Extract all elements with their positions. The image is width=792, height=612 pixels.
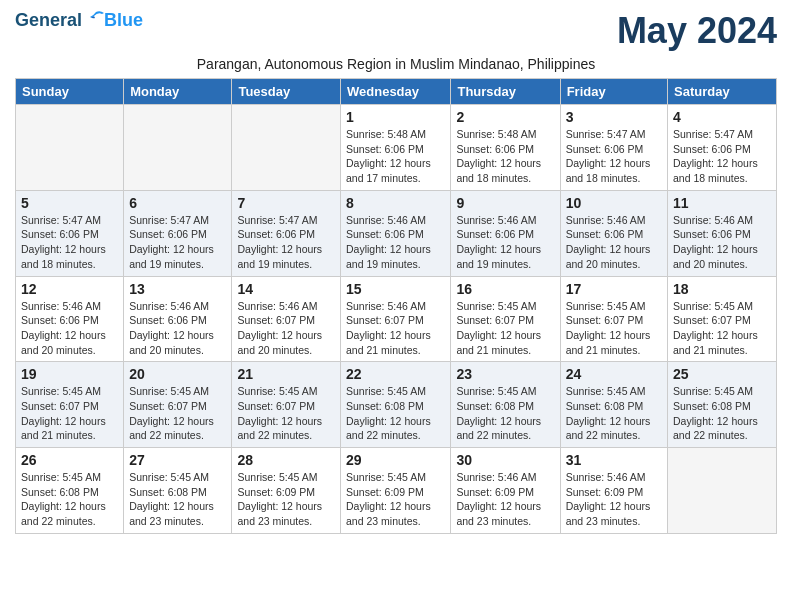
day-number: 26	[21, 452, 118, 468]
table-row: 30Sunrise: 5:46 AM Sunset: 6:09 PM Dayli…	[451, 448, 560, 534]
day-info: Sunrise: 5:45 AM Sunset: 6:09 PM Dayligh…	[237, 470, 335, 529]
table-row: 8Sunrise: 5:46 AM Sunset: 6:06 PM Daylig…	[341, 190, 451, 276]
day-number: 20	[129, 366, 226, 382]
table-row	[232, 105, 341, 191]
day-info: Sunrise: 5:45 AM Sunset: 6:07 PM Dayligh…	[566, 299, 662, 358]
day-info: Sunrise: 5:45 AM Sunset: 6:08 PM Dayligh…	[566, 384, 662, 443]
table-row: 24Sunrise: 5:45 AM Sunset: 6:08 PM Dayli…	[560, 362, 667, 448]
day-number: 12	[21, 281, 118, 297]
day-number: 31	[566, 452, 662, 468]
day-number: 11	[673, 195, 771, 211]
day-number: 21	[237, 366, 335, 382]
day-number: 27	[129, 452, 226, 468]
table-row: 13Sunrise: 5:46 AM Sunset: 6:06 PM Dayli…	[124, 276, 232, 362]
table-row: 4Sunrise: 5:47 AM Sunset: 6:06 PM Daylig…	[668, 105, 777, 191]
table-row: 10Sunrise: 5:46 AM Sunset: 6:06 PM Dayli…	[560, 190, 667, 276]
day-info: Sunrise: 5:46 AM Sunset: 6:06 PM Dayligh…	[673, 213, 771, 272]
col-sunday: Sunday	[16, 79, 124, 105]
day-number: 8	[346, 195, 445, 211]
day-info: Sunrise: 5:45 AM Sunset: 6:07 PM Dayligh…	[456, 299, 554, 358]
month-title: May 2024	[617, 10, 777, 52]
day-info: Sunrise: 5:45 AM Sunset: 6:09 PM Dayligh…	[346, 470, 445, 529]
day-number: 13	[129, 281, 226, 297]
calendar-week-row: 1Sunrise: 5:48 AM Sunset: 6:06 PM Daylig…	[16, 105, 777, 191]
calendar-week-row: 26Sunrise: 5:45 AM Sunset: 6:08 PM Dayli…	[16, 448, 777, 534]
table-row: 25Sunrise: 5:45 AM Sunset: 6:08 PM Dayli…	[668, 362, 777, 448]
day-number: 10	[566, 195, 662, 211]
table-row: 20Sunrise: 5:45 AM Sunset: 6:07 PM Dayli…	[124, 362, 232, 448]
day-number: 25	[673, 366, 771, 382]
table-row: 9Sunrise: 5:46 AM Sunset: 6:06 PM Daylig…	[451, 190, 560, 276]
table-row: 18Sunrise: 5:45 AM Sunset: 6:07 PM Dayli…	[668, 276, 777, 362]
day-number: 6	[129, 195, 226, 211]
day-number: 1	[346, 109, 445, 125]
day-number: 17	[566, 281, 662, 297]
col-friday: Friday	[560, 79, 667, 105]
day-info: Sunrise: 5:45 AM Sunset: 6:07 PM Dayligh…	[129, 384, 226, 443]
table-row: 27Sunrise: 5:45 AM Sunset: 6:08 PM Dayli…	[124, 448, 232, 534]
day-info: Sunrise: 5:47 AM Sunset: 6:06 PM Dayligh…	[129, 213, 226, 272]
day-info: Sunrise: 5:46 AM Sunset: 6:06 PM Dayligh…	[129, 299, 226, 358]
table-row: 19Sunrise: 5:45 AM Sunset: 6:07 PM Dayli…	[16, 362, 124, 448]
table-row: 6Sunrise: 5:47 AM Sunset: 6:06 PM Daylig…	[124, 190, 232, 276]
table-row: 16Sunrise: 5:45 AM Sunset: 6:07 PM Dayli…	[451, 276, 560, 362]
col-monday: Monday	[124, 79, 232, 105]
day-info: Sunrise: 5:46 AM Sunset: 6:06 PM Dayligh…	[346, 213, 445, 272]
col-wednesday: Wednesday	[341, 79, 451, 105]
header: General Blue May 2024	[15, 10, 777, 52]
day-info: Sunrise: 5:48 AM Sunset: 6:06 PM Dayligh…	[456, 127, 554, 186]
calendar-week-row: 12Sunrise: 5:46 AM Sunset: 6:06 PM Dayli…	[16, 276, 777, 362]
calendar-header-row: Sunday Monday Tuesday Wednesday Thursday…	[16, 79, 777, 105]
table-row: 17Sunrise: 5:45 AM Sunset: 6:07 PM Dayli…	[560, 276, 667, 362]
table-row: 26Sunrise: 5:45 AM Sunset: 6:08 PM Dayli…	[16, 448, 124, 534]
day-number: 16	[456, 281, 554, 297]
day-info: Sunrise: 5:46 AM Sunset: 6:09 PM Dayligh…	[566, 470, 662, 529]
day-number: 5	[21, 195, 118, 211]
table-row: 29Sunrise: 5:45 AM Sunset: 6:09 PM Dayli…	[341, 448, 451, 534]
col-tuesday: Tuesday	[232, 79, 341, 105]
table-row: 22Sunrise: 5:45 AM Sunset: 6:08 PM Dayli…	[341, 362, 451, 448]
day-info: Sunrise: 5:45 AM Sunset: 6:08 PM Dayligh…	[346, 384, 445, 443]
table-row: 21Sunrise: 5:45 AM Sunset: 6:07 PM Dayli…	[232, 362, 341, 448]
day-number: 22	[346, 366, 445, 382]
table-row: 12Sunrise: 5:46 AM Sunset: 6:06 PM Dayli…	[16, 276, 124, 362]
day-number: 23	[456, 366, 554, 382]
day-info: Sunrise: 5:48 AM Sunset: 6:06 PM Dayligh…	[346, 127, 445, 186]
day-number: 18	[673, 281, 771, 297]
day-info: Sunrise: 5:45 AM Sunset: 6:08 PM Dayligh…	[456, 384, 554, 443]
calendar-table: Sunday Monday Tuesday Wednesday Thursday…	[15, 78, 777, 534]
day-info: Sunrise: 5:45 AM Sunset: 6:08 PM Dayligh…	[21, 470, 118, 529]
day-number: 2	[456, 109, 554, 125]
day-number: 30	[456, 452, 554, 468]
table-row: 28Sunrise: 5:45 AM Sunset: 6:09 PM Dayli…	[232, 448, 341, 534]
day-info: Sunrise: 5:45 AM Sunset: 6:07 PM Dayligh…	[21, 384, 118, 443]
logo: General Blue	[15, 10, 143, 32]
table-row	[668, 448, 777, 534]
table-row: 23Sunrise: 5:45 AM Sunset: 6:08 PM Dayli…	[451, 362, 560, 448]
subtitle: Parangan, Autonomous Region in Muslim Mi…	[15, 56, 777, 72]
day-info: Sunrise: 5:46 AM Sunset: 6:09 PM Dayligh…	[456, 470, 554, 529]
day-info: Sunrise: 5:47 AM Sunset: 6:06 PM Dayligh…	[673, 127, 771, 186]
table-row	[124, 105, 232, 191]
day-info: Sunrise: 5:46 AM Sunset: 6:06 PM Dayligh…	[456, 213, 554, 272]
table-row: 31Sunrise: 5:46 AM Sunset: 6:09 PM Dayli…	[560, 448, 667, 534]
page: General Blue May 2024 Parangan, Autonomo…	[0, 0, 792, 544]
table-row: 11Sunrise: 5:46 AM Sunset: 6:06 PM Dayli…	[668, 190, 777, 276]
day-number: 24	[566, 366, 662, 382]
logo-bird-icon	[84, 10, 106, 32]
calendar-week-row: 19Sunrise: 5:45 AM Sunset: 6:07 PM Dayli…	[16, 362, 777, 448]
table-row: 5Sunrise: 5:47 AM Sunset: 6:06 PM Daylig…	[16, 190, 124, 276]
day-info: Sunrise: 5:46 AM Sunset: 6:06 PM Dayligh…	[566, 213, 662, 272]
calendar-week-row: 5Sunrise: 5:47 AM Sunset: 6:06 PM Daylig…	[16, 190, 777, 276]
day-info: Sunrise: 5:45 AM Sunset: 6:07 PM Dayligh…	[673, 299, 771, 358]
day-info: Sunrise: 5:45 AM Sunset: 6:08 PM Dayligh…	[673, 384, 771, 443]
day-number: 14	[237, 281, 335, 297]
logo-text: General	[15, 10, 106, 32]
table-row: 3Sunrise: 5:47 AM Sunset: 6:06 PM Daylig…	[560, 105, 667, 191]
day-info: Sunrise: 5:46 AM Sunset: 6:06 PM Dayligh…	[21, 299, 118, 358]
table-row: 15Sunrise: 5:46 AM Sunset: 6:07 PM Dayli…	[341, 276, 451, 362]
day-number: 3	[566, 109, 662, 125]
day-number: 28	[237, 452, 335, 468]
day-number: 29	[346, 452, 445, 468]
col-thursday: Thursday	[451, 79, 560, 105]
